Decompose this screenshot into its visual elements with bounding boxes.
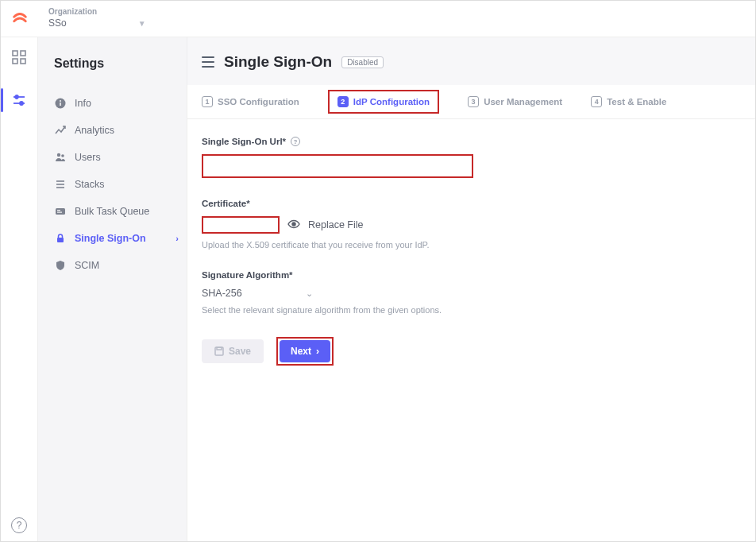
svg-rect-2 [13,59,17,64]
field-label: Certificate* [202,199,250,208]
page-header: Single Sign-On Disabled [187,37,755,85]
stacks-icon [54,178,67,191]
signature-algorithm-select[interactable]: SHA-256 ⌄ [202,288,741,299]
lock-icon [54,232,67,245]
next-label: Next [291,346,311,357]
app-logo [10,9,29,28]
analytics-icon [54,124,67,137]
sidebar-item-label: Users [75,152,101,163]
button-row: Save Next › [202,337,741,366]
save-label: Save [229,346,251,357]
field-signature-algorithm: Signature Algorithm* SHA-256 ⌄ Select th… [202,270,741,315]
save-button: Save [202,339,264,363]
sidebar-item-label: Analytics [75,125,114,136]
menu-icon[interactable] [202,56,214,68]
status-badge: Disabled [341,56,384,68]
page-title: Single Sign-On [224,53,332,71]
chevron-right-icon: › [176,234,179,243]
org-selector[interactable]: Organization SSo ▼ [48,7,146,29]
sso-url-input[interactable] [202,154,473,178]
field-label: Signature Algorithm* [202,270,293,280]
svg-rect-9 [60,103,61,106]
icon-rail: ? [1,37,37,541]
field-label: Single Sign-On Url* [202,137,286,146]
sidebar-item-analytics[interactable]: Analytics [54,117,179,144]
svg-rect-3 [21,59,25,64]
svg-rect-19 [57,238,64,242]
chevron-down-icon: ⌄ [306,288,313,299]
top-bar: Organization SSo ▼ [1,1,755,37]
sidebar-item-scim[interactable]: SCIM [54,252,179,279]
svg-rect-0 [13,51,17,56]
svg-point-7 [20,102,23,105]
svg-rect-22 [217,347,222,350]
sidebar-item-single-sign-on[interactable]: Single Sign-On › [54,225,179,252]
sidebar-item-info[interactable]: Info [54,90,179,117]
step-user-management[interactable]: 3 User Management [468,96,562,107]
svg-point-12 [61,154,64,157]
sidebar-title: Settings [54,56,179,71]
step-number: 4 [591,96,602,107]
svg-rect-16 [56,208,65,215]
algorithm-hint: Select the relevant signature algorithm … [202,305,741,315]
svg-rect-17 [57,210,60,211]
form-area: Single Sign-On Url* ? Certificate* Repla… [187,119,755,383]
org-label: Organization [48,7,146,16]
sidebar-item-bulk-task-queue[interactable]: Bulk Task Queue [54,198,179,225]
certificate-file-box[interactable] [202,216,280,234]
step-number: 2 [338,96,349,107]
dashboard-icon[interactable] [10,48,28,66]
step-label: SSO Configuration [218,97,299,106]
step-sso-configuration[interactable]: 1 SSO Configuration [202,96,299,107]
step-label: User Management [484,97,562,106]
queue-icon [54,205,67,218]
caret-down-icon: ▼ [138,19,146,28]
main-content: Single Sign-On Disabled 1 SSO Configurat… [187,37,755,541]
svg-rect-1 [21,51,25,56]
sidebar-item-label: Stacks [75,179,105,190]
info-icon [54,97,67,110]
replace-file-link[interactable]: Replace File [308,219,363,230]
select-value: SHA-256 [202,288,242,299]
sidebar-item-label: Single Sign-On [75,233,146,244]
step-number: 3 [468,96,479,107]
sidebar-item-label: Bulk Task Queue [75,206,149,217]
field-certificate: Certificate* Replace File Upload the X.5… [202,199,741,250]
svg-point-10 [60,100,61,102]
chevron-right-icon: › [316,346,319,357]
svg-rect-18 [57,212,62,213]
certificate-hint: Upload the X.509 certificate that you re… [202,240,741,250]
users-icon [54,151,67,164]
sidebar-item-users[interactable]: Users [54,144,179,171]
step-test-enable[interactable]: 4 Test & Enable [591,96,666,107]
help-icon[interactable]: ? [291,137,300,146]
sidebar-item-label: SCIM [75,260,99,271]
field-sso-url: Single Sign-On Url* ? [202,137,741,178]
step-label: IdP Configuration [353,97,430,106]
step-tabs: 1 SSO Configuration 2 IdP Configuration … [187,85,755,119]
svg-point-11 [57,153,60,157]
step-number: 1 [202,96,213,107]
org-value: SSo [48,17,67,29]
next-button[interactable]: Next › [280,340,330,362]
sidebar-item-label: Info [75,98,91,109]
svg-point-5 [15,95,18,99]
eye-icon[interactable] [287,218,300,233]
shield-icon [54,259,67,272]
svg-point-20 [292,223,295,226]
step-label: Test & Enable [607,97,666,106]
settings-sidebar: Settings Info Analytics Users Stacks [37,37,187,541]
settings-sliders-icon[interactable] [10,91,28,109]
sidebar-item-stacks[interactable]: Stacks [54,171,179,198]
step-idp-configuration[interactable]: 2 IdP Configuration [328,90,439,114]
help-icon[interactable]: ? [11,517,27,533]
